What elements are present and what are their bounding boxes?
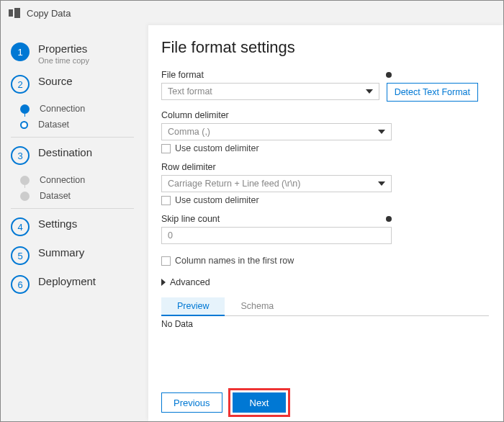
substep-label: Dataset — [38, 120, 69, 130]
step-label: Destination — [38, 146, 92, 158]
page-title: File format settings — [161, 38, 489, 57]
substep-dot-icon — [20, 121, 28, 129]
svg-rect-1 — [14, 8, 20, 18]
column-custom-delimiter-checkbox[interactable] — [161, 144, 171, 153]
step-sublabel: One time copy — [38, 56, 89, 65]
step-label: Properties — [38, 42, 89, 55]
main-panel: File format settings File format Text fo… — [148, 25, 503, 421]
no-data-text: No Data — [161, 316, 489, 329]
divider — [11, 208, 134, 209]
detect-text-format-button[interactable]: Detect Text Format — [387, 83, 478, 102]
chevron-right-icon — [161, 279, 166, 286]
row-delimiter-select[interactable]: Carriage Return + Line feed (\r\n) — [161, 175, 392, 192]
first-row-label: Column names in the first row — [175, 256, 294, 266]
column-custom-delimiter-label: Use custom delimiter — [175, 143, 259, 153]
substep-dest-connection[interactable]: Connection — [20, 172, 148, 188]
step-number-icon: 1 — [11, 42, 30, 61]
step-number-icon: 5 — [11, 246, 30, 265]
previous-button[interactable]: Previous — [161, 392, 222, 413]
info-icon[interactable] — [386, 72, 392, 78]
substep-dest-dataset[interactable]: Dataset — [20, 188, 148, 204]
row-delimiter-value: Carriage Return + Line feed (\r\n) — [168, 179, 300, 189]
step-source[interactable]: 2 Source — [11, 71, 148, 99]
tab-preview[interactable]: Preview — [161, 297, 225, 316]
title-bar: Copy Data — [1, 1, 503, 25]
step-properties[interactable]: 1 Properties One time copy — [11, 38, 148, 71]
app-title: Copy Data — [27, 8, 71, 19]
advanced-label: Advanced — [170, 277, 210, 287]
step-summary[interactable]: 5 Summary — [11, 242, 148, 271]
file-format-label: File format — [161, 70, 204, 80]
step-label: Summary — [38, 246, 84, 259]
file-format-value: Text format — [168, 86, 212, 96]
substep-source-connection[interactable]: Connection — [20, 101, 148, 117]
step-number-icon: 4 — [11, 217, 30, 236]
divider — [11, 137, 134, 138]
chevron-down-icon — [378, 130, 385, 134]
wizard-sidebar: 1 Properties One time copy 2 Source Conn… — [1, 25, 148, 421]
file-format-select[interactable]: Text format — [161, 83, 379, 100]
row-delimiter-label: Row delimiter — [161, 162, 216, 172]
substep-source-dataset[interactable]: Dataset — [20, 117, 148, 133]
skip-line-input[interactable]: 0 — [161, 227, 392, 244]
step-settings[interactable]: 4 Settings — [11, 213, 148, 242]
substep-label: Connection — [40, 175, 85, 185]
svg-rect-0 — [9, 9, 13, 17]
first-row-checkbox[interactable] — [161, 256, 171, 266]
app-icon — [8, 6, 21, 19]
step-number-icon: 2 — [11, 75, 30, 94]
substep-label: Dataset — [40, 191, 71, 201]
tab-schema[interactable]: Schema — [225, 297, 289, 315]
row-custom-delimiter-checkbox[interactable] — [161, 196, 171, 205]
column-delimiter-value: Comma (,) — [168, 127, 210, 137]
result-tabs: Preview Schema — [161, 297, 489, 316]
step-label: Source — [38, 75, 73, 87]
skip-line-value: 0 — [168, 230, 173, 241]
row-custom-delimiter-label: Use custom delimiter — [175, 195, 259, 205]
wizard-footer: Previous Next — [161, 382, 489, 413]
step-number-icon: 6 — [11, 275, 30, 294]
chevron-down-icon — [378, 181, 385, 186]
column-delimiter-label: Column delimiter — [161, 110, 229, 120]
step-label: Settings — [38, 217, 77, 230]
chevron-down-icon — [366, 89, 373, 94]
column-delimiter-select[interactable]: Comma (,) — [161, 123, 392, 140]
substep-dot-icon — [20, 192, 30, 201]
info-icon[interactable] — [386, 216, 392, 222]
step-destination[interactable]: 3 Destination — [11, 142, 148, 171]
step-number-icon: 3 — [11, 146, 30, 165]
step-label: Deployment — [38, 275, 96, 287]
skip-line-label: Skip line count — [161, 214, 220, 224]
substep-label: Connection — [40, 104, 85, 114]
next-button[interactable]: Next — [233, 392, 287, 413]
advanced-toggle[interactable]: Advanced — [161, 277, 489, 287]
step-deployment[interactable]: 6 Deployment — [11, 271, 148, 300]
